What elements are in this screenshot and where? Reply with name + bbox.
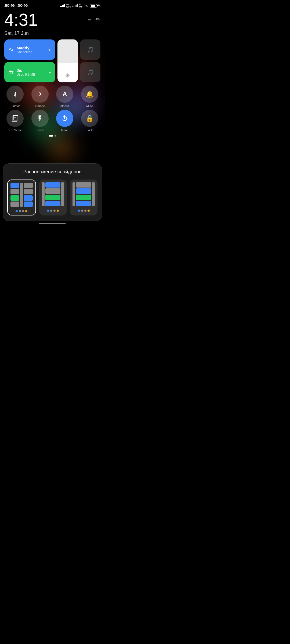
l2-slider2	[61, 182, 64, 206]
l3-slider1	[73, 182, 75, 206]
ldot-3-3	[84, 210, 86, 212]
rotation-circle	[56, 110, 73, 127]
data-tile[interactable]: ⇵ Jio Used 9.9 MB ▸	[4, 62, 55, 82]
torch-label: Torch	[36, 129, 44, 132]
top-right-tile[interactable]: 🎵	[80, 39, 100, 60]
l3-tile2	[76, 188, 91, 194]
l2-tile2	[45, 188, 61, 194]
carrier-text: JIO 4G | JIO 4G	[4, 4, 28, 8]
pagination	[0, 134, 105, 138]
l2-tile4	[45, 201, 61, 206]
wifi-tile-info: Maddy Connected	[17, 46, 32, 54]
l2-tile3	[45, 195, 61, 200]
airplane-action[interactable]: ✈ e mode	[29, 86, 51, 108]
vo-label-1: VoWiFi	[66, 3, 71, 8]
lock-label: Lock	[86, 129, 93, 132]
time-display: 4:31	[4, 11, 38, 28]
lock-action[interactable]: 🔒 Lock	[79, 110, 101, 132]
l1-tile4	[24, 189, 32, 194]
page-dot-1	[49, 135, 53, 137]
bluetooth-icon	[12, 91, 18, 97]
bell-icon: 🔔	[86, 90, 94, 98]
l2-slider1	[42, 182, 45, 206]
l1-tile3	[10, 189, 19, 194]
airplane-label: e mode	[35, 104, 45, 108]
torch-icon	[37, 115, 44, 122]
layout-option-3[interactable]	[70, 180, 97, 215]
bluetooth-action[interactable]: Bluetot	[4, 86, 26, 108]
l1-tile2	[24, 183, 32, 188]
wifi-tile-status: Connected	[17, 50, 32, 54]
mute-label: Mute	[86, 104, 93, 108]
ldot-2-1	[47, 210, 49, 212]
ldot-3-1	[78, 210, 80, 212]
screenshot-label: 5 ot Scree	[8, 129, 22, 132]
battery-icon	[90, 4, 97, 8]
time-date-block: 4:31 Sat, 17 Jun	[4, 11, 38, 36]
bluetooth-label: Bluetot	[10, 104, 20, 108]
battery-fill	[91, 5, 95, 7]
data-tile-icon: ⇵	[8, 70, 15, 75]
l3-tile4	[76, 201, 91, 206]
quick-actions-row2: 5 ot Scree Torch tation 🔒 Lock	[0, 109, 105, 134]
ldot-2-2	[50, 210, 52, 212]
torch-circle	[31, 110, 49, 127]
l1-tile5	[10, 195, 19, 201]
l1-tile1	[10, 183, 19, 188]
layout-2-dots	[42, 210, 64, 212]
layout-option-2[interactable]	[39, 180, 67, 215]
signal-bars-2	[73, 4, 78, 7]
layout-picker-sheet: Расположение слайдеров	[3, 163, 102, 221]
l1-tile8	[24, 202, 32, 207]
date-text: Sat, 17 Jun	[4, 31, 38, 36]
rotation-action[interactable]: tation	[54, 110, 76, 132]
edit-icon[interactable]: ✏	[96, 16, 100, 23]
status-bar: JIO 4G | JIO 4G VoWiFi VoWiFi ∿	[0, 0, 105, 9]
layout-3-grid	[73, 182, 95, 206]
data-tile-name: Jio	[17, 68, 35, 73]
font-icon: A	[63, 90, 67, 98]
ldot-1-2	[19, 210, 21, 212]
screenshot-icon	[12, 115, 19, 122]
home-indicator	[39, 223, 66, 224]
screen: JIO 4G | JIO 4G VoWiFi VoWiFi ∿	[0, 0, 105, 226]
signal-bars-1	[60, 4, 65, 7]
bottom-right-tile[interactable]: 🎵	[80, 62, 100, 82]
mute-action[interactable]: 🔔 Mute	[79, 86, 101, 108]
l3-tile1	[76, 182, 91, 188]
l1-slider1	[20, 183, 23, 207]
settings-icon[interactable]: ⎓	[88, 16, 91, 23]
l1-tile6	[24, 195, 32, 201]
rotation-icon	[61, 115, 68, 122]
right-tiles: 🎵 🎵	[80, 39, 100, 82]
wifi-status-icon: ∿	[85, 4, 88, 8]
time-section: 4:31 Sat, 17 Jun ⎓ ✏	[0, 9, 105, 39]
wifi-tile-arrow: ▸	[49, 47, 51, 52]
lock-circle: 🔒	[81, 110, 98, 127]
ldot-2-4	[57, 210, 59, 212]
ldot-1-3	[22, 210, 24, 212]
battery-container: 74	[90, 4, 100, 8]
layout-2-grid	[42, 182, 64, 206]
layout-1-dots	[10, 210, 33, 212]
data-tile-arrow: ▸	[49, 70, 51, 74]
ldot-3-4	[88, 210, 90, 212]
wifi-tile[interactable]: ∿ Maddy Connected ▸	[4, 39, 55, 60]
svg-point-0	[64, 118, 65, 119]
l2-tile1	[45, 182, 61, 188]
wifi-tile-icon: ∿	[9, 46, 13, 53]
data-tile-info: Jio Used 9.9 MB	[17, 68, 35, 76]
brightness-tile[interactable]: ☀	[57, 39, 78, 82]
layout-option-1[interactable]	[7, 180, 36, 215]
rotation-label: tation	[61, 129, 68, 132]
top-right-icon: 🎵	[87, 46, 94, 53]
airplane-icon: ✈	[37, 90, 43, 98]
torch-action[interactable]: Torch	[29, 110, 51, 132]
layout-3-dots	[73, 210, 95, 212]
screenshot-action[interactable]: 5 ot Scree	[4, 110, 26, 132]
wifi-tile-name: Maddy	[17, 46, 32, 50]
brightness-icon: ☀	[65, 72, 70, 79]
font-action[interactable]: A ntness	[54, 86, 76, 108]
mute-circle: 🔔	[81, 86, 98, 103]
ldot-3-2	[81, 210, 83, 212]
